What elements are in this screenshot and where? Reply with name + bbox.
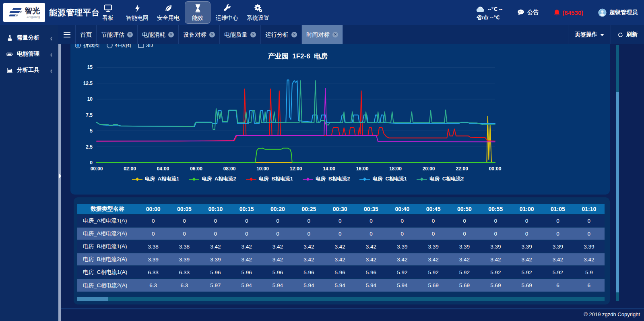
footer-divider bbox=[61, 309, 644, 309]
nav-item-leaf[interactable]: 安全用电 bbox=[154, 1, 183, 24]
horizontal-scrollbar-thumb[interactable] bbox=[77, 297, 108, 301]
close-icon[interactable]: ✕ bbox=[250, 32, 256, 37]
table-cell: 5.96 bbox=[355, 266, 386, 279]
chart-title: 产业园_1F2-6_电房 bbox=[70, 52, 525, 61]
close-icon[interactable]: ✕ bbox=[168, 32, 174, 37]
table-cell: 5.92 bbox=[542, 266, 573, 279]
tab-bar: 首页节能评估✕电能消耗✕设备对标✕电能质量✕运行分析✕时间对标✕ 页签操作 刷新 bbox=[58, 25, 644, 44]
alarm-button[interactable]: (64530) bbox=[553, 9, 583, 17]
legend-label: 电房_A相电流1 bbox=[145, 176, 179, 182]
table-cell: 3.42 bbox=[355, 240, 386, 253]
nav-item-gears[interactable]: 系统设置 bbox=[244, 1, 272, 24]
legend-item-电房_C相电流1[interactable]: 电房_C相电流1 bbox=[359, 176, 407, 182]
tab-时间对标[interactable]: 时间对标✕ bbox=[301, 25, 343, 44]
tab-首页[interactable]: 首页 bbox=[75, 25, 96, 44]
table-cell: 0 bbox=[324, 227, 355, 240]
sidebar-item-电能管理[interactable]: 电能管理 bbox=[0, 46, 58, 62]
table-cell: 3.39 bbox=[169, 253, 200, 266]
svg-text:7.5: 7.5 bbox=[86, 112, 93, 118]
vertical-scrollbar[interactable] bbox=[616, 45, 619, 301]
table-cell: 3.42 bbox=[262, 253, 293, 266]
table-cell: 6 bbox=[542, 279, 573, 292]
user-menu[interactable]: 超级管理员 bbox=[598, 8, 638, 17]
table-cell: 5.96 bbox=[200, 266, 231, 279]
table-cell: 3.42 bbox=[231, 253, 262, 266]
legend-marker-icon bbox=[359, 177, 370, 181]
close-icon[interactable]: ✕ bbox=[332, 32, 338, 37]
sidebar-divider[interactable] bbox=[58, 44, 61, 321]
legend-label: 电房_C相电流1 bbox=[372, 176, 407, 182]
svg-text:0: 0 bbox=[90, 160, 93, 166]
svg-text:12.5: 12.5 bbox=[83, 81, 93, 86]
hamburger-icon[interactable] bbox=[58, 25, 75, 44]
table-cell: 0 bbox=[200, 227, 231, 240]
tabs-container: 首页节能评估✕电能消耗✕设备对标✕电能质量✕运行分析✕时间对标✕ bbox=[75, 25, 343, 44]
close-icon[interactable]: ✕ bbox=[291, 32, 297, 37]
table-cell: 0 bbox=[169, 227, 200, 240]
area-chart-icon bbox=[6, 67, 13, 74]
table-row: 电房_B相电流1(A)3.383.383.423.423.423.423.423… bbox=[77, 240, 605, 253]
svg-text:22:00: 22:00 bbox=[456, 166, 468, 172]
table-cell: 0 bbox=[574, 227, 605, 240]
chevron-left-icon bbox=[49, 52, 54, 56]
table-cell: 3.42 bbox=[262, 240, 293, 253]
tab-label: 首页 bbox=[80, 31, 92, 39]
battery-icon bbox=[6, 51, 13, 58]
table-cell: 5.94 bbox=[355, 279, 386, 292]
close-icon[interactable]: ✕ bbox=[127, 32, 133, 37]
nav-item-hourglass[interactable]: 能效 bbox=[185, 1, 211, 24]
tab-电能质量[interactable]: 电能质量✕ bbox=[219, 25, 260, 44]
table-cell: 0 bbox=[231, 214, 262, 227]
table-cell: 0 bbox=[262, 214, 293, 227]
gears-icon bbox=[254, 4, 263, 13]
sidebar-item-需量分析[interactable]: 需量分析 bbox=[0, 30, 58, 46]
nav-item-monitor[interactable]: 看板 bbox=[95, 1, 121, 24]
table-cell: 3.39 bbox=[418, 240, 449, 253]
svg-text:20:00: 20:00 bbox=[423, 166, 435, 172]
table-cell: 0 bbox=[449, 214, 480, 227]
logo-icon bbox=[8, 6, 24, 19]
notice-button[interactable]: 公告 bbox=[517, 8, 539, 17]
legend-item-电房_C相电流2[interactable]: 电房_C相电流2 bbox=[417, 176, 464, 182]
tab-label: 节能评估 bbox=[101, 31, 124, 39]
table-cell: 5.92 bbox=[418, 266, 449, 279]
table-cell: 0 bbox=[511, 227, 542, 240]
page-ops-button[interactable]: 页签操作 bbox=[568, 25, 611, 44]
sidebar-item-分析工具[interactable]: 分析工具 bbox=[0, 62, 58, 78]
tab-电能消耗[interactable]: 电能消耗✕ bbox=[137, 25, 178, 44]
table-cell: 6.3 bbox=[138, 279, 169, 292]
table-cell: 5.92 bbox=[387, 266, 418, 279]
nav-item-wrench[interactable]: 运维中心 bbox=[213, 1, 242, 24]
table-cell: 3.42 bbox=[387, 253, 418, 266]
column-header: 00:25 bbox=[293, 204, 324, 214]
table-cell: 5.92 bbox=[480, 266, 511, 279]
legend-item-电房_A相电流1[interactable]: 电房_A相电流1 bbox=[132, 176, 179, 182]
table-cell: 5.69 bbox=[418, 279, 449, 292]
column-header: 00:00 bbox=[138, 204, 169, 214]
sidebar-collapse-handle[interactable] bbox=[59, 173, 61, 179]
tab-运行分析[interactable]: 运行分析✕ bbox=[260, 25, 301, 44]
legend-item-电房_A相电流2[interactable]: 电房_A相电流2 bbox=[189, 176, 236, 182]
horizontal-scrollbar[interactable] bbox=[77, 297, 605, 301]
table-cell: 3.39 bbox=[574, 240, 605, 253]
nav-item-lightning[interactable]: 智能电网 bbox=[123, 1, 152, 24]
table-cell: 5.96 bbox=[231, 266, 262, 279]
nav-item-label: 能效 bbox=[192, 14, 203, 22]
legend-marker-icon bbox=[189, 177, 199, 181]
table-cell: 0 bbox=[138, 227, 169, 240]
table-cell: 3.39 bbox=[387, 240, 418, 253]
leaf-icon bbox=[164, 4, 173, 13]
close-icon[interactable]: ✕ bbox=[209, 32, 215, 37]
legend-item-电房_B相电流2[interactable]: 电房_B相电流2 bbox=[303, 176, 350, 182]
table-cell: 6.33 bbox=[169, 266, 200, 279]
vertical-scrollbar-thumb[interactable] bbox=[616, 92, 619, 292]
refresh-button[interactable]: 刷新 bbox=[611, 25, 644, 44]
tab-节能评估[interactable]: 节能评估✕ bbox=[96, 25, 137, 44]
chevron-left-icon bbox=[49, 68, 54, 72]
table-cell: 0 bbox=[231, 227, 262, 240]
table-cell: 3.42 bbox=[200, 240, 231, 253]
table-cell: 5.69 bbox=[480, 279, 511, 292]
tab-设备对标[interactable]: 设备对标✕ bbox=[178, 25, 219, 44]
table-cell: 3.42 bbox=[355, 253, 386, 266]
legend-item-电房_B相电流1[interactable]: 电房_B相电流1 bbox=[246, 176, 293, 182]
